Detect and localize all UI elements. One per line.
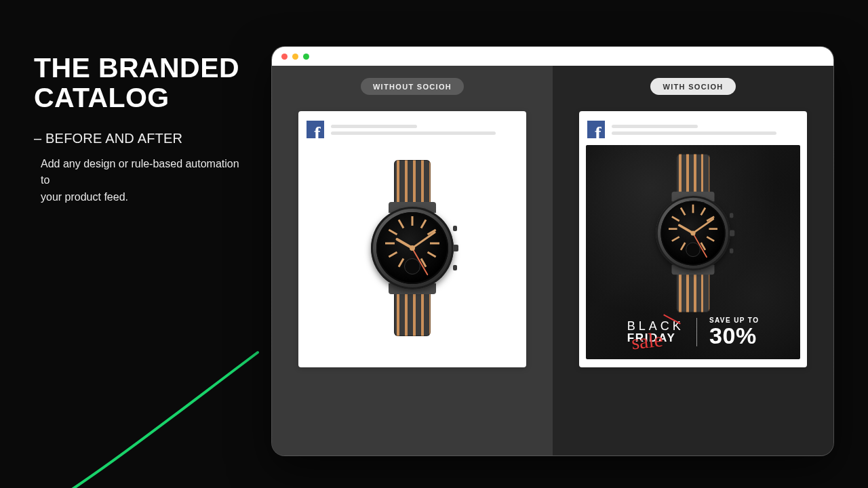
product-watch — [656, 154, 730, 312]
hero-copy: THE BRANDED CATALOG – BEFORE AND AFTER A… — [34, 53, 264, 206]
window-zoom-dot — [303, 54, 309, 60]
placeholder-line — [612, 125, 698, 128]
ad-header — [305, 118, 519, 145]
placeholder-line — [331, 125, 417, 128]
subheading: – BEFORE AND AFTER — [34, 131, 264, 146]
product-watch — [372, 160, 453, 336]
promo-friday: FRIDAY — [627, 332, 684, 344]
body-text: Add any design or rule-based automation … — [41, 156, 244, 206]
ad-media-plain — [305, 145, 519, 359]
ad-media-branded: BLACK FRIDAY sale SAVE UP TO 30% — [586, 145, 800, 359]
ad-card-without — [298, 111, 526, 367]
label-with: WITH SOCIOH — [650, 78, 735, 95]
window-close-dot — [281, 54, 288, 60]
promo-overlay: BLACK FRIDAY sale SAVE UP TO 30% — [586, 308, 800, 359]
ad-card-with: BLACK FRIDAY sale SAVE UP TO 30% — [579, 111, 807, 367]
comparison-panes: WITHOUT SOCIOH — [272, 66, 833, 455]
pane-with: WITH SOCIOH — [553, 66, 833, 455]
promo-pct: 30% — [709, 324, 759, 347]
comparison-window: WITHOUT SOCIOH — [271, 46, 834, 456]
page-title: THE BRANDED CATALOG — [34, 53, 264, 113]
promo-title: BLACK FRIDAY sale — [627, 320, 684, 344]
placeholder-line — [612, 131, 776, 135]
promo-discount: SAVE UP TO 30% — [709, 317, 759, 347]
window-minimize-dot — [292, 54, 298, 60]
label-without: WITHOUT SOCIOH — [361, 78, 464, 95]
pane-without: WITHOUT SOCIOH — [272, 66, 553, 455]
promo-divider — [696, 318, 697, 346]
window-titlebar — [272, 47, 833, 66]
ad-header — [586, 118, 800, 145]
facebook-icon — [307, 121, 324, 138]
placeholder-lines — [612, 125, 799, 135]
facebook-icon — [587, 121, 605, 138]
placeholder-lines — [331, 125, 518, 135]
placeholder-line — [331, 131, 496, 135]
